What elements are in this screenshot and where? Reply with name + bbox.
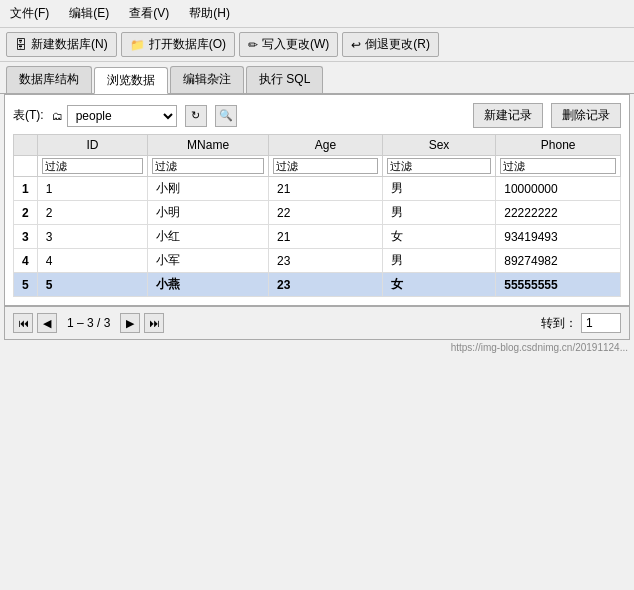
table-cell: 女 [382, 225, 496, 249]
open-database-button[interactable]: 📁 打开数据库(O) [121, 32, 235, 57]
table-select[interactable]: people [67, 105, 177, 127]
filter-input-phone[interactable] [500, 158, 616, 174]
col-header-rownum [14, 135, 38, 156]
table-label: 表(T): [13, 107, 44, 124]
delete-record-button[interactable]: 删除记录 [551, 103, 621, 128]
table-cell: 22222222 [496, 201, 621, 225]
data-table: ID MName Age Sex Phone 11小刚21男1000000022… [13, 134, 621, 297]
revert-changes-label: 倒退更改(R) [365, 36, 430, 53]
filter-input-age[interactable] [273, 158, 378, 174]
revert-changes-icon: ↩ [351, 38, 361, 52]
filter-input-mname[interactable] [152, 158, 264, 174]
col-header-phone[interactable]: Phone [496, 135, 621, 156]
table-cell: 23 [269, 273, 383, 297]
table-cell: 2 [37, 201, 148, 225]
menu-help[interactable]: 帮助(H) [185, 3, 234, 24]
toolbar: 🗄 新建数据库(N) 📁 打开数据库(O) ✏ 写入更改(W) ↩ 倒退更改(R… [0, 28, 634, 62]
table-cell: 2 [14, 201, 38, 225]
table-header-row: ID MName Age Sex Phone [14, 135, 621, 156]
write-changes-icon: ✏ [248, 38, 258, 52]
prev-page-button[interactable]: ◀ [37, 313, 57, 333]
last-page-button[interactable]: ⏭ [144, 313, 164, 333]
table-cell: 男 [382, 249, 496, 273]
pagination: ⏮ ◀ 1 – 3 / 3 ▶ ⏭ 转到： [4, 306, 630, 340]
table-cell: 1 [37, 177, 148, 201]
filter-row [14, 156, 621, 177]
tab-database-structure[interactable]: 数据库结构 [6, 66, 92, 93]
menu-view[interactable]: 查看(V) [125, 3, 173, 24]
col-header-sex[interactable]: Sex [382, 135, 496, 156]
menu-file[interactable]: 文件(F) [6, 3, 53, 24]
filter-id[interactable] [37, 156, 148, 177]
table-cell: 93419493 [496, 225, 621, 249]
table-body: 11小刚21男1000000022小明22男2222222233小红21女934… [14, 177, 621, 297]
table-cell: 女 [382, 273, 496, 297]
filter-age[interactable] [269, 156, 383, 177]
table-controls: 表(T): 🗂 people ↻ 🔍 新建记录 删除记录 [13, 103, 621, 128]
open-database-icon: 📁 [130, 38, 145, 52]
first-page-button[interactable]: ⏮ [13, 313, 33, 333]
table-cell: 23 [269, 249, 383, 273]
filter-input-id[interactable] [42, 158, 144, 174]
table-icon: 🗂 [52, 110, 63, 122]
new-database-icon: 🗄 [15, 38, 27, 52]
table-cell: 21 [269, 225, 383, 249]
filter-sex[interactable] [382, 156, 496, 177]
main-content: 表(T): 🗂 people ↻ 🔍 新建记录 删除记录 ID MName Ag… [4, 94, 630, 306]
filter-rownum [14, 156, 38, 177]
menu-edit[interactable]: 编辑(E) [65, 3, 113, 24]
table-cell: 3 [37, 225, 148, 249]
table-cell: 5 [37, 273, 148, 297]
col-header-mname[interactable]: MName [148, 135, 269, 156]
table-cell: 55555555 [496, 273, 621, 297]
revert-changes-button[interactable]: ↩ 倒退更改(R) [342, 32, 439, 57]
filter-phone[interactable] [496, 156, 621, 177]
col-header-id[interactable]: ID [37, 135, 148, 156]
goto-input[interactable] [581, 313, 621, 333]
table-cell: 小红 [148, 225, 269, 249]
table-select-wrap: 🗂 people [52, 105, 177, 127]
tab-browse-data[interactable]: 浏览数据 [94, 67, 168, 94]
table-cell: 22 [269, 201, 383, 225]
table-cell: 小军 [148, 249, 269, 273]
menubar: 文件(F) 编辑(E) 查看(V) 帮助(H) [0, 0, 634, 28]
table-row[interactable]: 11小刚21男10000000 [14, 177, 621, 201]
refresh-button[interactable]: ↻ [185, 105, 207, 127]
new-database-label: 新建数据库(N) [31, 36, 108, 53]
filter-mname[interactable] [148, 156, 269, 177]
new-record-button[interactable]: 新建记录 [473, 103, 543, 128]
table-cell: 3 [14, 225, 38, 249]
table-cell: 1 [14, 177, 38, 201]
table-cell: 小燕 [148, 273, 269, 297]
table-row[interactable]: 22小明22男22222222 [14, 201, 621, 225]
watermark: https://img-blog.csdnimg.cn/20191124... [0, 340, 634, 355]
table-cell: 小明 [148, 201, 269, 225]
write-changes-label: 写入更改(W) [262, 36, 329, 53]
tab-edit-pragmas[interactable]: 编辑杂注 [170, 66, 244, 93]
write-changes-button[interactable]: ✏ 写入更改(W) [239, 32, 338, 57]
filter-button[interactable]: 🔍 [215, 105, 237, 127]
col-header-age[interactable]: Age [269, 135, 383, 156]
table-cell: 10000000 [496, 177, 621, 201]
table-row[interactable]: 33小红21女93419493 [14, 225, 621, 249]
tab-execute-sql[interactable]: 执行 SQL [246, 66, 323, 93]
table-cell: 5 [14, 273, 38, 297]
table-cell: 4 [37, 249, 148, 273]
table-row[interactable]: 55小燕23女55555555 [14, 273, 621, 297]
table-cell: 男 [382, 177, 496, 201]
table-cell: 21 [269, 177, 383, 201]
table-cell: 小刚 [148, 177, 269, 201]
page-info: 1 – 3 / 3 [61, 316, 116, 330]
filter-input-sex[interactable] [387, 158, 492, 174]
table-row[interactable]: 44小军23男89274982 [14, 249, 621, 273]
goto-label: 转到： [541, 315, 577, 332]
open-database-label: 打开数据库(O) [149, 36, 226, 53]
next-page-button[interactable]: ▶ [120, 313, 140, 333]
table-cell: 89274982 [496, 249, 621, 273]
tabs-bar: 数据库结构 浏览数据 编辑杂注 执行 SQL [0, 62, 634, 94]
table-cell: 男 [382, 201, 496, 225]
table-cell: 4 [14, 249, 38, 273]
new-database-button[interactable]: 🗄 新建数据库(N) [6, 32, 117, 57]
